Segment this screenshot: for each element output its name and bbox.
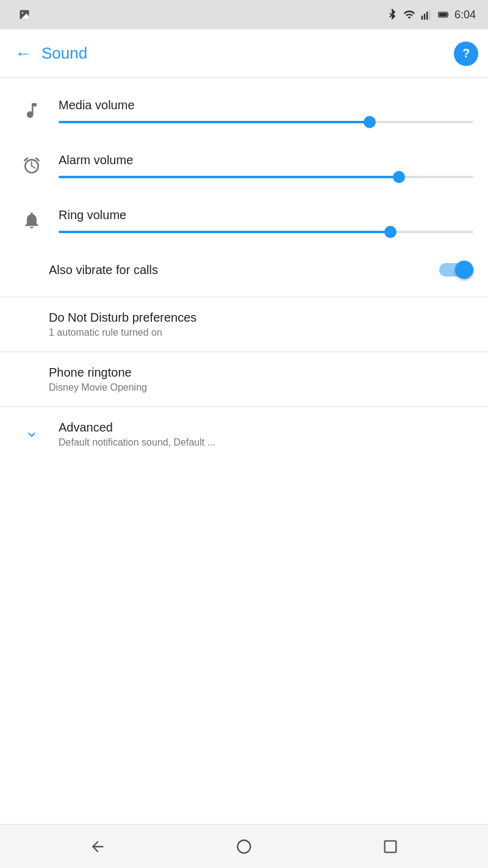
ringtone-title: Phone ringtone bbox=[49, 366, 473, 380]
svg-rect-3 bbox=[424, 13, 426, 20]
ring-volume-content: Ring volume bbox=[49, 208, 473, 233]
svg-rect-5 bbox=[429, 10, 431, 20]
svg-rect-7 bbox=[448, 13, 449, 15]
ring-volume-thumb[interactable] bbox=[384, 226, 396, 238]
nav-back-button[interactable] bbox=[83, 832, 112, 861]
app-bar: ← Sound ? bbox=[0, 29, 488, 78]
nav-back-icon bbox=[89, 838, 106, 855]
vibrate-label: Also vibrate for calls bbox=[49, 263, 439, 277]
media-volume-fill bbox=[59, 121, 370, 123]
svg-rect-8 bbox=[439, 13, 447, 16]
alarm-icon bbox=[15, 156, 49, 175]
svg-point-9 bbox=[238, 840, 251, 853]
status-icons: 6:04 bbox=[386, 9, 476, 21]
vibrate-toggle[interactable] bbox=[439, 261, 473, 279]
ring-volume-label: Ring volume bbox=[59, 208, 473, 222]
dnd-title: Do Not Disturb preferences bbox=[49, 311, 473, 325]
volume-section: Media volume Alarm volume bbox=[0, 78, 488, 297]
alarm-clock-icon bbox=[22, 156, 41, 175]
advanced-item[interactable]: Advanced Default notification sound, Def… bbox=[0, 407, 488, 461]
svg-rect-2 bbox=[422, 16, 423, 20]
alarm-volume-label: Alarm volume bbox=[59, 153, 473, 167]
alarm-volume-content: Alarm volume bbox=[49, 153, 473, 178]
ringtone-subtitle: Disney Movie Opening bbox=[49, 382, 473, 393]
signal-icon bbox=[420, 9, 432, 21]
nav-home-icon bbox=[235, 838, 253, 855]
alarm-volume-slider[interactable] bbox=[59, 176, 473, 178]
alarm-volume-fill bbox=[59, 176, 399, 178]
battery-icon bbox=[437, 9, 450, 21]
content: Media volume Alarm volume bbox=[0, 78, 488, 824]
back-button[interactable]: ← bbox=[10, 39, 37, 68]
ring-volume-slider[interactable] bbox=[59, 231, 473, 233]
advanced-subtitle: Default notification sound, Default ... bbox=[59, 437, 473, 448]
thumbnail-icon bbox=[18, 9, 30, 21]
status-time: 6:04 bbox=[454, 9, 476, 21]
page-title: Sound bbox=[41, 44, 454, 63]
advanced-title: Advanced bbox=[59, 421, 473, 435]
music-note-icon bbox=[22, 101, 41, 120]
nav-recent-button[interactable] bbox=[376, 832, 405, 861]
advanced-content: Advanced Default notification sound, Def… bbox=[49, 421, 473, 448]
media-volume-thumb[interactable] bbox=[364, 116, 376, 128]
status-bar-left bbox=[12, 9, 380, 21]
svg-rect-4 bbox=[426, 12, 428, 20]
bell-icon bbox=[15, 211, 49, 230]
music-icon bbox=[15, 101, 49, 120]
nav-home-button[interactable] bbox=[229, 832, 259, 861]
media-volume-slider[interactable] bbox=[59, 121, 473, 123]
ring-volume-row: Ring volume bbox=[0, 193, 488, 248]
svg-rect-10 bbox=[385, 841, 396, 852]
vibrate-row[interactable]: Also vibrate for calls bbox=[0, 248, 488, 292]
media-volume-label: Media volume bbox=[59, 98, 473, 112]
svg-point-1 bbox=[22, 12, 24, 13]
nav-recent-icon bbox=[382, 838, 399, 855]
media-volume-row: Media volume bbox=[0, 83, 488, 138]
dnd-subtitle: 1 automatic rule turned on bbox=[49, 327, 473, 338]
status-bar: 6:04 bbox=[0, 0, 488, 29]
ring-volume-fill bbox=[59, 231, 390, 233]
bluetooth-icon bbox=[386, 9, 398, 21]
media-volume-content: Media volume bbox=[49, 98, 473, 123]
help-button[interactable]: ? bbox=[454, 42, 478, 66]
chevron-down-icon bbox=[15, 427, 49, 442]
do-not-disturb-item[interactable]: Do Not Disturb preferences 1 automatic r… bbox=[0, 297, 488, 352]
alarm-volume-row: Alarm volume bbox=[0, 138, 488, 193]
wifi-icon bbox=[403, 9, 415, 21]
phone-ringtone-item[interactable]: Phone ringtone Disney Movie Opening bbox=[0, 352, 488, 407]
alarm-volume-thumb[interactable] bbox=[393, 171, 405, 183]
toggle-thumb bbox=[455, 261, 473, 279]
chevron-svg bbox=[24, 427, 39, 442]
nav-bar bbox=[0, 824, 488, 868]
bell-svg-icon bbox=[22, 211, 41, 230]
